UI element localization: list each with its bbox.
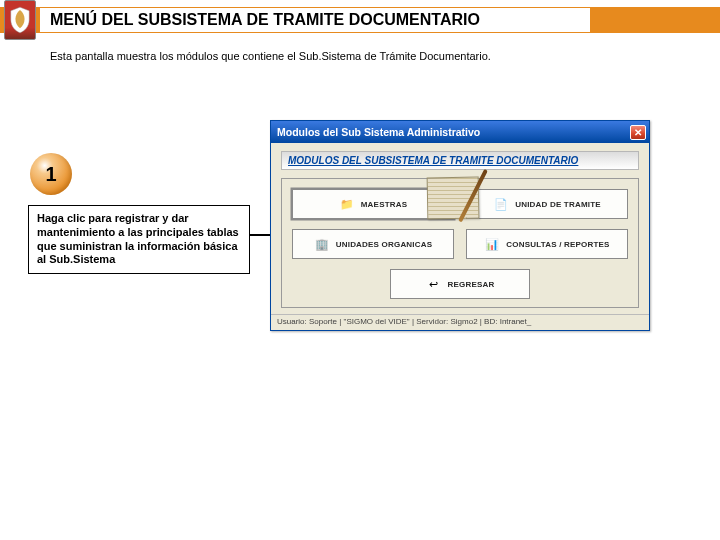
- dialog-body: MODULOS DEL SUBSISTEMA DE TRAMITE DOCUME…: [271, 143, 649, 314]
- back-icon: ↩: [426, 276, 442, 292]
- callout-box: Haga clic para registrar y dar mantenimi…: [28, 205, 250, 274]
- page-title: MENÚ DEL SUBSISTEMA DE TRAMITE DOCUMENTA…: [50, 11, 480, 29]
- dialog-titlebar: Modulos del Sub Sistema Administrativo ✕: [271, 121, 649, 143]
- document-icon: 📄: [493, 196, 509, 212]
- maestras-label: MAESTRAS: [361, 200, 408, 209]
- row-3: ↩ REGRESAR: [292, 269, 628, 299]
- close-icon: ✕: [634, 127, 642, 138]
- consultas-reportes-button[interactable]: 📊 CONSULTAS / REPORTES: [466, 229, 628, 259]
- dialog-title: Modulos del Sub Sistema Administrativo: [277, 126, 480, 138]
- step-badge: 1: [30, 153, 72, 195]
- dialog-heading: MODULOS DEL SUBSISTEMA DE TRAMITE DOCUME…: [281, 151, 639, 170]
- regresar-label: REGRESAR: [448, 280, 495, 289]
- unidades-organicas-button[interactable]: 🏢 UNIDADES ORGANICAS: [292, 229, 454, 259]
- unidades-organicas-label: UNIDADES ORGANICAS: [336, 240, 433, 249]
- status-bar: Usuario: Soporte | "SIGMO del VIDE" | Se…: [271, 314, 649, 330]
- page-subtitle: Esta pantalla muestra los módulos que co…: [50, 50, 491, 62]
- folder-icon: 📁: [339, 196, 355, 212]
- close-button[interactable]: ✕: [630, 125, 646, 140]
- maestras-button[interactable]: 📁 MAESTRAS: [292, 189, 454, 219]
- report-icon: 📊: [484, 236, 500, 252]
- title-band: MENÚ DEL SUBSISTEMA DE TRAMITE DOCUMENTA…: [40, 8, 590, 32]
- unidad-tramite-label: UNIDAD DE TRAMITE: [515, 200, 601, 209]
- org-logo: [4, 0, 36, 40]
- dialog-window: Modulos del Sub Sistema Administrativo ✕…: [270, 120, 650, 331]
- unidad-tramite-button[interactable]: 📄 UNIDAD DE TRAMITE: [466, 189, 628, 219]
- row-2: 🏢 UNIDADES ORGANICAS 📊 CONSULTAS / REPOR…: [292, 229, 628, 259]
- row-1: 📁 MAESTRAS 📄 UNIDAD DE TRAMITE: [292, 189, 628, 219]
- modules-panel: 📁 MAESTRAS 📄 UNIDAD DE TRAMITE 🏢 UNIDADE…: [281, 178, 639, 308]
- org-icon: 🏢: [314, 236, 330, 252]
- consultas-reportes-label: CONSULTAS / REPORTES: [506, 240, 609, 249]
- regresar-button[interactable]: ↩ REGRESAR: [390, 269, 530, 299]
